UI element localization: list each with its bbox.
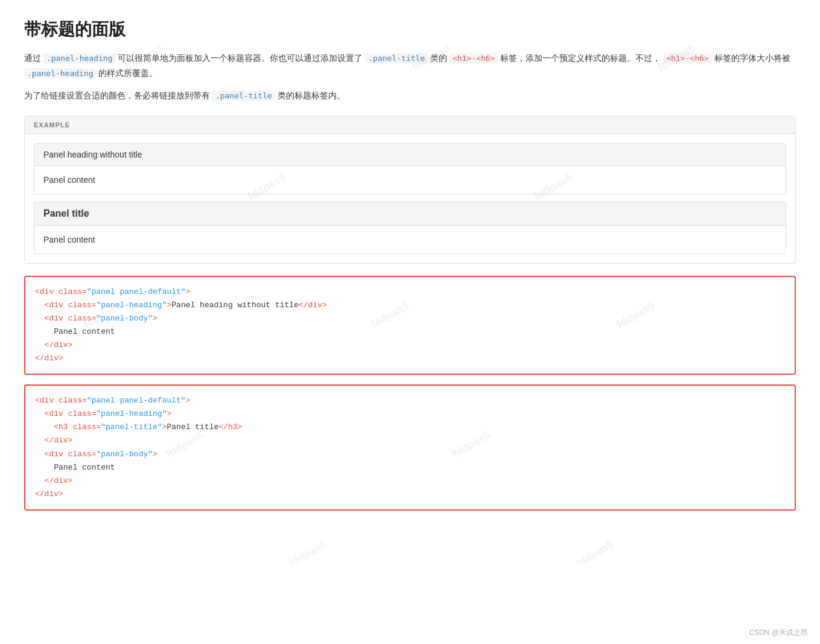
code-h1-h6-2: <h1>-<h6> xyxy=(663,53,711,63)
page-title: 带标题的面版 xyxy=(24,18,796,41)
panel-2-heading: Panel title xyxy=(34,202,786,226)
code-block-1: <div class="panel panel-default"> <div c… xyxy=(24,276,796,375)
example-box: EXAMPLE Panel heading without title Pane… xyxy=(24,116,796,264)
panel-1: Panel heading without title Panel conten… xyxy=(34,143,786,194)
code-section-1: <div class="panel panel-default"> <div c… xyxy=(24,276,796,375)
description-2: 为了给链接设置合适的颜色，务必将链接放到带有 .panel-title 类的标题… xyxy=(24,88,796,103)
example-content: Panel heading without title Panel conten… xyxy=(25,134,795,263)
panel-2-title: Panel title xyxy=(43,208,777,219)
code-panel-heading-2: .panel-heading xyxy=(24,68,97,78)
panel-2-body: Panel content xyxy=(34,226,786,253)
panel-1-heading: Panel heading without title xyxy=(34,144,786,166)
code-block-2: <div class="panel panel-default"> <div c… xyxy=(24,384,796,511)
code-panel-title-2: .panel-title xyxy=(212,91,275,101)
panel-1-body: Panel content xyxy=(34,166,786,194)
watermark: fddpas5 xyxy=(574,538,616,538)
watermark: fddpas5 xyxy=(287,538,329,538)
code-section-2: <div class="panel panel-default"> <div c… xyxy=(24,384,796,511)
example-label: EXAMPLE xyxy=(25,116,795,134)
panel-2: Panel title Panel content xyxy=(34,202,786,254)
code-panel-title-1: .panel-title xyxy=(365,53,428,63)
code-panel-heading-1: .panel-heading xyxy=(43,53,116,63)
description-1: 通过 .panel-heading 可以很简单地为面板加入一个标题容器。你也可以… xyxy=(24,51,796,81)
code-h1-h6-1: <h1>-<h6> xyxy=(450,53,498,63)
